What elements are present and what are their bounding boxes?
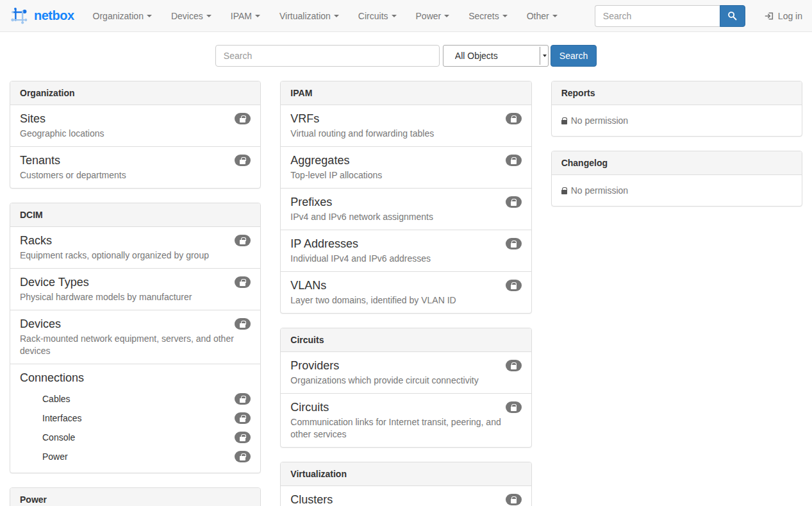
panel-title: Organization — [10, 81, 260, 105]
list-item-vlans[interactable]: VLANs Layer two domains, identified by V… — [281, 271, 531, 313]
lock-icon — [240, 118, 245, 122]
list-item-providers[interactable]: Providers Organizations which provide ci… — [281, 352, 531, 393]
list-item-devices[interactable]: Devices Rack-mounted network equipment, … — [10, 310, 260, 364]
netbox-brand[interactable]: netbox — [10, 6, 74, 26]
panel-title: IPAM — [281, 81, 531, 105]
sublist-item-interfaces[interactable]: Interfaces — [42, 409, 251, 428]
main-menu: Organization Devices IPAM Virtualization… — [83, 0, 567, 32]
chevron-down-icon — [255, 15, 260, 17]
panel-title: Circuits — [281, 328, 531, 352]
lock-icon — [511, 201, 517, 206]
chevron-down-icon — [552, 15, 558, 17]
lock-icon — [511, 243, 517, 248]
panel-ipam: IPAM VRFs Virtual routing and forwarding… — [280, 81, 531, 314]
lock-badge — [506, 196, 522, 208]
menu-organization[interactable]: Organization — [83, 0, 162, 32]
list-item-prefixes[interactable]: Prefixes IPv4 and IPv6 network assignmen… — [281, 188, 531, 230]
lock-icon — [511, 285, 517, 289]
lock-badge — [235, 393, 251, 405]
column-right: Reports No permission Changelog No permi… — [551, 81, 802, 221]
panel-title: Virtualization — [281, 462, 531, 486]
chevron-down-icon — [334, 15, 339, 17]
chevron-down-icon — [502, 15, 508, 17]
lock-icon — [240, 240, 245, 244]
list-item-ip-addresses[interactable]: IP Addresses Individual IPv4 and IPv6 ad… — [281, 230, 531, 271]
lock-icon — [561, 190, 567, 194]
panel-organization: Organization Sites Geographic locations … — [10, 81, 261, 189]
lock-icon — [240, 456, 245, 460]
lock-badge — [506, 238, 522, 249]
column-left: Organization Sites Geographic locations … — [10, 81, 261, 506]
navbar-search-button[interactable] — [720, 5, 745, 27]
list-item-vrfs[interactable]: VRFs Virtual routing and forwarding tabl… — [281, 105, 531, 146]
lock-badge — [235, 432, 251, 443]
menu-devices[interactable]: Devices — [162, 0, 221, 32]
list-item-clusters[interactable]: Clusters — [281, 486, 531, 506]
global-search-input[interactable] — [215, 45, 440, 67]
lock-badge — [235, 276, 251, 288]
chevron-down-icon — [147, 15, 152, 17]
list-item-sites[interactable]: Sites Geographic locations — [10, 105, 260, 146]
panel-title: Changelog — [552, 151, 802, 175]
menu-circuits[interactable]: Circuits — [349, 0, 406, 32]
panel-title: Power — [10, 488, 260, 506]
sublist-item-power[interactable]: Power — [42, 447, 251, 466]
panel-circuits: Circuits Providers Organizations which p… — [280, 328, 531, 448]
list-item-device-types[interactable]: Device Types Physical hardware models by… — [10, 268, 260, 310]
list-item-connections: Connections Cables Interfaces Console — [10, 364, 260, 473]
menu-virtualization[interactable]: Virtualization — [270, 0, 349, 32]
list-item-aggregates[interactable]: Aggregates Top-level IP allocations — [281, 146, 531, 188]
brand-name: netbox — [34, 8, 74, 23]
column-middle: IPAM VRFs Virtual routing and forwarding… — [280, 81, 531, 506]
top-navbar: netbox Organization Devices IPAM Virtual… — [0, 0, 812, 32]
no-permission-row: No permission — [552, 175, 802, 206]
no-permission-row: No permission — [552, 105, 802, 136]
list-item-tenants[interactable]: Tenants Customers or departments — [10, 146, 260, 188]
lock-icon — [511, 118, 517, 122]
list-item-circuits[interactable]: Circuits Communication links for Interne… — [281, 393, 531, 447]
menu-secrets[interactable]: Secrets — [459, 0, 517, 32]
panel-reports: Reports No permission — [551, 81, 802, 137]
lock-badge — [506, 360, 522, 371]
menu-other[interactable]: Other — [517, 0, 567, 32]
lock-badge — [235, 235, 251, 246]
panel-changelog: Changelog No permission — [551, 151, 802, 207]
lock-icon — [240, 398, 245, 403]
connections-sublist: Cables Interfaces Console Power — [42, 389, 251, 466]
lock-icon — [240, 282, 245, 286]
lock-icon — [240, 323, 245, 328]
login-link[interactable]: Log in — [765, 11, 802, 21]
menu-power[interactable]: Power — [406, 0, 460, 32]
lock-badge — [235, 113, 251, 124]
sublist-item-cables[interactable]: Cables — [42, 389, 251, 409]
lock-icon — [240, 417, 245, 422]
object-type-select[interactable]: All Objects — [443, 45, 549, 67]
panel-title: Reports — [552, 81, 802, 105]
list-item-racks[interactable]: Racks Equipment racks, optionally organi… — [10, 227, 260, 268]
navbar-search-form — [595, 5, 745, 27]
lock-icon — [511, 160, 517, 164]
chevron-down-icon — [392, 15, 397, 17]
lock-badge — [235, 451, 251, 462]
lock-badge — [506, 401, 522, 413]
navbar-search-input[interactable] — [595, 5, 720, 27]
menu-ipam[interactable]: IPAM — [221, 0, 270, 32]
object-type-select-wrap: All Objects — [443, 45, 549, 67]
global-search-button[interactable]: Search — [551, 45, 597, 67]
chevron-down-icon — [206, 15, 211, 17]
lock-badge — [506, 280, 522, 291]
panel-title: DCIM — [10, 203, 260, 227]
lock-icon — [511, 407, 517, 411]
chevron-down-icon — [444, 15, 449, 17]
panel-power: Power — [10, 487, 261, 506]
lock-badge — [235, 318, 251, 330]
lock-icon — [240, 160, 245, 164]
lock-icon — [511, 365, 517, 369]
lock-badge — [506, 155, 522, 166]
global-search-bar: All Objects Search — [0, 45, 812, 67]
sublist-item-console[interactable]: Console — [42, 428, 251, 447]
lock-badge — [235, 155, 251, 166]
panel-virtualization: Virtualization Clusters — [280, 462, 531, 506]
lock-icon — [240, 437, 245, 441]
panel-dcim: DCIM Racks Equipment racks, optionally o… — [10, 203, 261, 473]
